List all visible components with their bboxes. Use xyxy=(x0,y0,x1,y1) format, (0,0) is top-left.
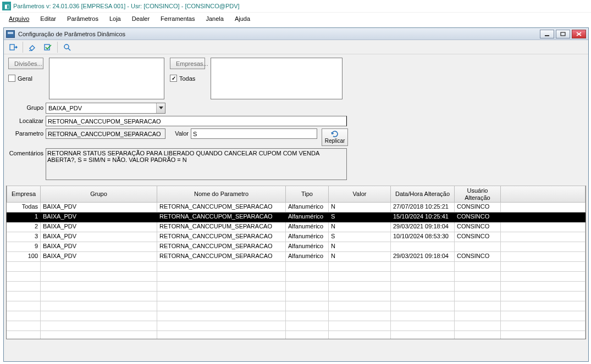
cell-usuario xyxy=(455,292,501,301)
table-row[interactable] xyxy=(7,282,586,292)
cell-usuario xyxy=(455,321,501,331)
cell-nome: RETORNA_CANCCUPOM_SEPARACAO xyxy=(157,232,286,242)
menu-ajuda[interactable]: Ajuda xyxy=(229,14,256,24)
table-row[interactable] xyxy=(7,331,586,339)
cell-data xyxy=(391,311,455,321)
svg-rect-2 xyxy=(10,44,14,50)
table-row[interactable] xyxy=(7,272,586,282)
table-row[interactable]: 9BAIXA_PDVRETORNA_CANCCUPOM_SEPARACAOAlf… xyxy=(7,242,586,252)
search-icon[interactable] xyxy=(60,41,74,53)
col-tipo[interactable]: Tipo xyxy=(286,186,329,203)
table-row[interactable]: 3BAIXA_PDVRETORNA_CANCCUPOM_SEPARACAOAlf… xyxy=(7,232,586,242)
cell-grupo xyxy=(41,321,157,331)
grid-body[interactable]: TodasBAIXA_PDVRETORNA_CANCCUPOM_SEPARACA… xyxy=(7,203,586,339)
cell-grupo: BAIXA_PDV xyxy=(41,203,157,212)
col-data[interactable]: Data/Hora Alteração xyxy=(391,186,455,203)
cell-data: 27/07/2018 10:25:21 xyxy=(391,203,455,212)
cell-valor xyxy=(329,292,391,301)
table-row[interactable]: 1BAIXA_PDVRETORNA_CANCCUPOM_SEPARACAOAlf… xyxy=(7,212,586,222)
table-row[interactable] xyxy=(7,292,586,301)
erase-icon[interactable] xyxy=(25,41,40,53)
cell-data xyxy=(391,301,455,311)
empresas-button[interactable]: Empresas... xyxy=(170,58,205,69)
divisoes-textarea[interactable] xyxy=(49,58,164,99)
cell-rest xyxy=(501,311,586,321)
parametro-input xyxy=(46,128,165,139)
cell-usuario xyxy=(455,272,501,282)
cell-nome xyxy=(157,331,286,339)
cell-nome: RETORNA_CANCCUPOM_SEPARACAO xyxy=(157,212,286,222)
cell-nome xyxy=(157,311,286,321)
divisoes-button[interactable]: Divisões... xyxy=(8,58,43,69)
cell-valor xyxy=(329,282,391,292)
grupo-select[interactable]: BAIXA_PDV xyxy=(46,103,165,114)
app-icon: ◧ xyxy=(2,2,11,10)
todas-checkbox[interactable]: Todas xyxy=(170,75,195,82)
valor-input[interactable] xyxy=(191,128,317,139)
menu-ferramentas[interactable]: Ferramentas xyxy=(155,14,200,24)
toolbar xyxy=(4,40,588,54)
cell-rest xyxy=(501,252,586,262)
cell-valor xyxy=(329,321,391,331)
close-button[interactable] xyxy=(572,30,586,38)
export-icon[interactable] xyxy=(6,41,20,53)
cell-tipo: Alfanumérico xyxy=(286,232,329,242)
menu-janela[interactable]: Janela xyxy=(200,14,229,24)
inner-title: Configuração de Parâmetros Dinâmicos xyxy=(18,31,540,37)
cell-data xyxy=(391,331,455,339)
table-row[interactable]: TodasBAIXA_PDVRETORNA_CANCCUPOM_SEPARACA… xyxy=(7,203,586,212)
cell-data: 10/10/2024 08:53:30 xyxy=(391,232,455,242)
cell-empresa: 2 xyxy=(7,222,41,232)
maximize-button[interactable] xyxy=(556,30,570,38)
table-row[interactable]: 100BAIXA_PDVRETORNA_CANCCUPOM_SEPARACAOA… xyxy=(7,252,586,262)
parametro-label: Parametro xyxy=(8,128,46,137)
cell-grupo xyxy=(41,311,157,321)
col-usuario[interactable]: Usuário Alteração xyxy=(455,186,501,203)
cell-valor xyxy=(329,262,391,272)
cell-usuario: CONSINCO xyxy=(455,252,501,262)
table-row[interactable] xyxy=(7,301,586,311)
cell-nome xyxy=(157,301,286,311)
cell-grupo xyxy=(41,331,157,339)
cell-tipo xyxy=(286,282,329,292)
menu-loja[interactable]: Loja xyxy=(104,14,126,24)
cell-usuario: CONSINCO xyxy=(455,203,501,212)
inner-titlebar: Configuração de Parâmetros Dinâmicos xyxy=(4,28,588,40)
cell-empresa xyxy=(7,262,41,272)
cell-nome xyxy=(157,262,286,272)
col-nome[interactable]: Nome do Parametro xyxy=(157,186,286,203)
cell-data xyxy=(391,272,455,282)
menu-parametros[interactable]: Parâmetros xyxy=(62,14,104,24)
menu-dealer[interactable]: Dealer xyxy=(126,14,155,24)
col-grupo[interactable]: Grupo xyxy=(41,186,157,203)
cell-valor xyxy=(329,272,391,282)
table-row[interactable] xyxy=(7,262,586,272)
cell-empresa: Todas xyxy=(7,203,41,212)
table-row[interactable]: 2BAIXA_PDVRETORNA_CANCCUPUM_SEPARACAOAlf… xyxy=(7,222,586,232)
table-row[interactable] xyxy=(7,311,586,321)
cell-empresa xyxy=(7,331,41,339)
col-empresa[interactable]: Empresa xyxy=(7,186,41,203)
parameters-grid: Empresa Grupo Nome do Parametro Tipo Val… xyxy=(6,186,586,339)
menu-arquivo[interactable]: Arquivo xyxy=(3,14,35,24)
geral-checkbox[interactable]: Geral xyxy=(8,75,32,82)
cell-empresa: 1 xyxy=(7,212,41,222)
table-row[interactable] xyxy=(7,321,586,331)
svg-rect-0 xyxy=(545,35,549,36)
minimize-button[interactable] xyxy=(540,30,554,38)
cell-nome xyxy=(157,321,286,331)
menu-editar[interactable]: Editar xyxy=(35,14,62,24)
cell-empresa xyxy=(7,311,41,321)
apply-icon[interactable] xyxy=(41,41,55,53)
cell-data xyxy=(391,321,455,331)
col-valor[interactable]: Valor xyxy=(329,186,391,203)
cell-empresa: 9 xyxy=(7,242,41,252)
cell-tipo xyxy=(286,331,329,339)
replicar-button[interactable]: Replicar xyxy=(322,128,348,146)
localizar-input[interactable] xyxy=(46,116,347,126)
empresas-textarea[interactable] xyxy=(211,58,343,99)
cell-rest xyxy=(501,301,586,311)
app-titlebar: ◧ Parâmetros v: 24.01.036 [EMPRESA 001] … xyxy=(0,0,591,12)
menubar: Arquivo Editar Parâmetros Loja Dealer Fe… xyxy=(0,12,591,24)
cell-tipo xyxy=(286,262,329,272)
